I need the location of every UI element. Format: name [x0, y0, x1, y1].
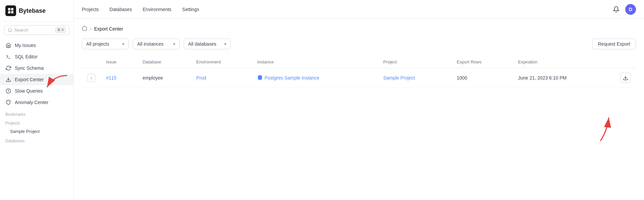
topnav-projects[interactable]: Projects [82, 5, 99, 13]
col-actions [615, 56, 636, 68]
filter-all-instances[interactable]: All instances ▾ [133, 39, 180, 49]
database-name: employee [143, 75, 163, 81]
chevron-down-icon: ▾ [173, 41, 175, 47]
filters-bar: All projects ▾ All instances ▾ All datab… [82, 39, 636, 49]
db-instance-icon [257, 75, 263, 81]
sidebar-item-slow-queries[interactable]: Slow Queries [0, 85, 73, 97]
instance-link[interactable]: Postgres Sample Instance [265, 75, 319, 81]
topnav: Projects Databases Environments Settings… [74, 0, 644, 19]
logo-text: Bytebase [19, 7, 46, 14]
filter-projects-label: All projects [86, 41, 109, 47]
sidebar-item-sync-schema[interactable]: Sync Schema [0, 62, 73, 74]
search-placeholder: Search [14, 28, 28, 33]
download-button[interactable] [621, 73, 631, 83]
search-shortcut: ⌘ K [55, 27, 66, 33]
projects-section-label: Projects [0, 118, 73, 127]
export-table: Issue Database Environment Instance Proj… [82, 56, 636, 88]
breadcrumb: › Export Center [82, 26, 636, 32]
breadcrumb-current: Export Center [94, 26, 123, 32]
sync-icon [5, 65, 11, 71]
expiration-value: June 21, 2023 6:10 PM [513, 68, 615, 88]
export-rows-value: 1000 [451, 68, 513, 88]
col-project: Project [378, 56, 451, 68]
project-link[interactable]: Sample Project [383, 75, 415, 81]
col-database: Database [137, 56, 191, 68]
search-icon [8, 28, 12, 33]
sidebar-item-label: Slow Queries [15, 88, 43, 94]
col-environment: Environment [191, 56, 252, 68]
chevron-down-icon: ▾ [224, 41, 226, 47]
col-expand [82, 56, 101, 68]
col-export-rows: Export Rows [451, 56, 513, 68]
svg-rect-2 [5, 5, 16, 16]
search-box[interactable]: Search ⌘ K [4, 25, 69, 35]
col-issue: Issue [101, 56, 137, 68]
sidebar-item-label: Anomaly Center [15, 100, 48, 105]
svg-point-7 [8, 28, 11, 31]
download-icon [5, 77, 11, 83]
row-expand-button[interactable]: › [87, 74, 95, 82]
sidebar-item-anomaly-center[interactable]: Anomaly Center [0, 97, 73, 108]
sidebar-item-export-center[interactable]: Export Center [0, 74, 73, 85]
svg-rect-4 [11, 8, 13, 10]
filter-all-projects[interactable]: All projects ▾ [82, 39, 129, 49]
breadcrumb-home[interactable] [82, 26, 87, 32]
databases-section-label: Databases [0, 136, 73, 145]
topnav-databases[interactable]: Databases [110, 5, 132, 13]
col-instance: Instance [252, 56, 378, 68]
chevron-down-icon: ▾ [122, 41, 124, 47]
table-row: › #115 employee Prod [82, 68, 636, 88]
home-icon [5, 42, 11, 48]
col-expiration: Expiration [513, 56, 615, 68]
topnav-right: D [612, 4, 636, 15]
notifications-bell[interactable] [612, 6, 620, 13]
request-export-button[interactable]: Request Export [592, 39, 636, 49]
bytebase-logo-icon [5, 5, 16, 16]
sidebar-item-label: My Issues [15, 43, 36, 48]
sidebar-project-sample[interactable]: Sample Project [0, 127, 73, 136]
shield-icon [5, 99, 11, 105]
sidebar-item-label: SQL Editor [15, 54, 38, 59]
filter-databases-label: All databases [188, 41, 216, 47]
sidebar-item-label: Export Center [15, 77, 44, 82]
user-avatar[interactable]: D [625, 4, 636, 15]
clock-icon [5, 88, 11, 94]
issue-link[interactable]: #115 [106, 75, 116, 81]
logo: Bytebase [0, 0, 73, 22]
svg-rect-5 [8, 11, 10, 13]
svg-rect-3 [8, 8, 10, 10]
page-content: › Export Center All projects ▾ All insta… [74, 19, 644, 200]
sidebar-nav: My Issues SQL Editor Sync Schema [0, 38, 73, 109]
filter-all-databases[interactable]: All databases ▾ [184, 39, 231, 49]
sidebar-item-my-issues[interactable]: My Issues [0, 40, 73, 51]
filter-instances-label: All instances [137, 41, 164, 47]
topnav-environments[interactable]: Environments [143, 5, 172, 13]
environment-link[interactable]: Prod [196, 75, 206, 81]
svg-rect-6 [11, 11, 13, 13]
sidebar: Bytebase Search ⌘ K My Issues [0, 0, 74, 200]
sidebar-item-label: Sync Schema [15, 65, 44, 71]
breadcrumb-separator: › [90, 26, 92, 32]
sidebar-item-sql-editor[interactable]: SQL Editor [0, 51, 73, 62]
topnav-settings[interactable]: Settings [182, 5, 199, 13]
main-content: Projects Databases Environments Settings… [74, 0, 644, 200]
bookmarks-section-label: Bookmarks [0, 109, 73, 118]
terminal-icon [5, 54, 11, 60]
